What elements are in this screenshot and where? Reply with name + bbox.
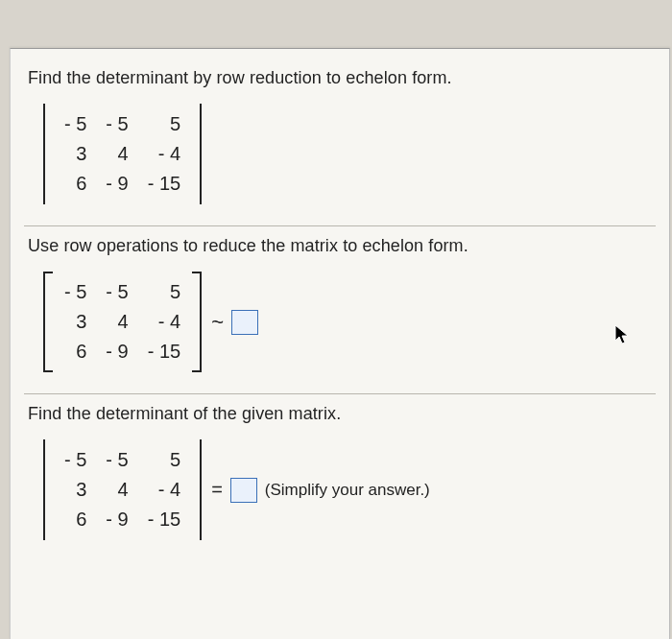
cell: 4 <box>96 139 137 169</box>
problem-title: Find the determinant by row reduction to… <box>28 68 652 88</box>
cell: 4 <box>96 475 137 505</box>
step2-prompt: Find the determinant of the given matrix… <box>28 404 652 424</box>
determinant-answer-input[interactable] <box>230 478 257 503</box>
cell: 5 <box>138 277 190 307</box>
table-row: 3 4 - 4 <box>55 475 190 505</box>
step2-matrix-block: - 5 - 5 5 3 4 - 4 6 - 9 - 15 = (Simplify… <box>43 439 430 540</box>
cell: 6 <box>55 505 96 534</box>
simplify-hint: (Simplify your answer.) <box>265 481 430 500</box>
cell: - 5 <box>96 109 137 139</box>
table-row: - 5 - 5 5 <box>55 445 190 475</box>
cell: - 5 <box>55 277 96 307</box>
table-row: 6 - 9 - 15 <box>55 337 190 367</box>
cell: 6 <box>55 169 96 199</box>
divider <box>24 225 656 226</box>
bracket-matrix: - 5 - 5 5 3 4 - 4 6 - 9 - 15 <box>43 272 202 372</box>
tilde-symbol: ~ <box>211 310 224 335</box>
determinant-matrix: - 5 - 5 5 3 4 - 4 6 - 9 - 15 <box>43 104 202 204</box>
problem-matrix-block: - 5 - 5 5 3 4 - 4 6 - 9 - 15 <box>43 104 202 204</box>
cell: - 15 <box>138 505 190 534</box>
table-row: 3 4 - 4 <box>55 139 190 169</box>
step1-prompt: Use row operations to reduce the matrix … <box>28 236 652 256</box>
determinant-matrix: - 5 - 5 5 3 4 - 4 6 - 9 - 15 <box>43 439 202 540</box>
table-row: - 5 - 5 5 <box>55 277 190 307</box>
cell: 3 <box>55 307 96 337</box>
cell: 3 <box>55 139 96 169</box>
cell: 5 <box>138 445 190 475</box>
cell: - 15 <box>138 337 190 367</box>
cell: - 9 <box>96 505 137 534</box>
table-row: 6 - 9 - 15 <box>55 505 190 534</box>
cell: - 9 <box>96 169 137 199</box>
question-panel: Find the determinant by row reduction to… <box>10 48 670 639</box>
cell: 4 <box>96 307 137 337</box>
cell: - 5 <box>55 445 96 475</box>
table-row: 3 4 - 4 <box>55 307 190 337</box>
step1-matrix-block: - 5 - 5 5 3 4 - 4 6 - 9 - 15 ~ <box>43 272 258 372</box>
cell: - 9 <box>96 337 137 367</box>
divider <box>24 393 656 394</box>
cell: - 5 <box>96 445 137 475</box>
cell: - 4 <box>138 139 190 169</box>
cell: 3 <box>55 475 96 505</box>
cell: 5 <box>138 109 190 139</box>
echelon-answer-input[interactable] <box>231 310 258 335</box>
matrix-table: - 5 - 5 5 3 4 - 4 6 - 9 - 15 <box>55 277 190 367</box>
cell: 6 <box>55 337 96 367</box>
cell: - 4 <box>138 475 190 505</box>
cell: - 5 <box>96 277 137 307</box>
cell: - 15 <box>138 169 190 199</box>
cell: - 5 <box>55 109 96 139</box>
matrix-table: - 5 - 5 5 3 4 - 4 6 - 9 - 15 <box>55 109 190 199</box>
matrix-table: - 5 - 5 5 3 4 - 4 6 - 9 - 15 <box>55 445 190 534</box>
table-row: - 5 - 5 5 <box>55 109 190 139</box>
table-row: 6 - 9 - 15 <box>55 169 190 199</box>
cell: - 4 <box>138 307 190 337</box>
equals-symbol: = <box>211 479 223 501</box>
